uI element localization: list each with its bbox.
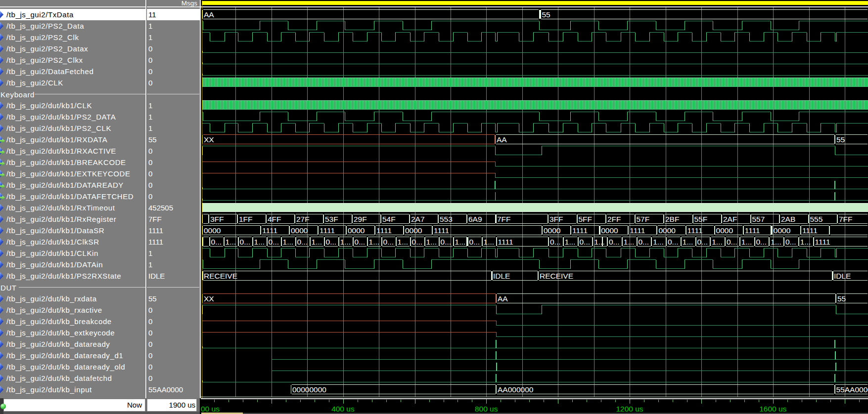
svg-text:1FF: 1FF <box>239 215 253 223</box>
svg-text:400 us: 400 us <box>331 405 355 413</box>
svg-text:29F: 29F <box>354 215 367 223</box>
svg-text:2A7: 2A7 <box>411 215 425 223</box>
svg-text:AA000000: AA000000 <box>498 385 534 394</box>
svg-text:1111: 1111 <box>630 226 645 235</box>
svg-text:0000: 0000 <box>405 226 422 235</box>
svg-text:0000: 0000 <box>291 226 308 235</box>
svg-text:1...: 1... <box>340 238 351 246</box>
svg-text:1...: 1... <box>712 238 723 246</box>
svg-text:1...: 1... <box>455 238 466 246</box>
svg-text:55AA0000: 55AA0000 <box>836 385 868 394</box>
svg-text:IDLE: IDLE <box>834 272 851 280</box>
svg-text:1...: 1... <box>283 238 294 246</box>
svg-text:1111: 1111 <box>745 226 760 235</box>
svg-text:AA: AA <box>498 294 508 303</box>
svg-text:1...: 1... <box>426 238 437 246</box>
svg-text:1...: 1... <box>594 238 605 246</box>
svg-text:1...: 1... <box>226 238 236 246</box>
svg-text:1...: 1... <box>741 238 752 246</box>
svg-text:0000: 0000 <box>658 226 676 235</box>
svg-text:557: 557 <box>752 215 765 223</box>
svg-text:0...: 0... <box>580 238 591 246</box>
svg-text:2BF: 2BF <box>665 215 679 223</box>
svg-text:53F: 53F <box>325 215 338 223</box>
svg-text:0...: 0... <box>211 238 222 246</box>
svg-text:0...: 0... <box>639 238 649 246</box>
svg-text:AA: AA <box>204 10 214 19</box>
svg-text:1111: 1111 <box>262 226 277 235</box>
svg-text:5FF: 5FF <box>579 215 593 223</box>
svg-text:2FF: 2FF <box>607 215 621 223</box>
svg-text:0...: 0... <box>469 238 480 246</box>
svg-text:800 us: 800 us <box>475 405 498 413</box>
svg-text:1...: 1... <box>484 238 495 246</box>
svg-text:1...: 1... <box>369 238 380 246</box>
svg-text:0...: 0... <box>355 238 365 246</box>
svg-text:0...: 0... <box>383 238 394 246</box>
svg-text:0...: 0... <box>697 238 708 246</box>
svg-text:0...: 0... <box>609 238 620 246</box>
svg-text:0...: 0... <box>785 238 796 246</box>
svg-text:1200 us: 1200 us <box>616 405 643 413</box>
svg-text:0...: 0... <box>550 238 561 246</box>
svg-text:00 us: 00 us <box>201 405 220 413</box>
svg-text:0000: 0000 <box>544 226 561 235</box>
svg-text:1...: 1... <box>771 238 781 246</box>
svg-text:1...: 1... <box>653 238 664 246</box>
svg-text:XX: XX <box>204 135 214 144</box>
svg-text:RECEIVE: RECEIVE <box>540 272 573 280</box>
svg-text:4FF: 4FF <box>268 215 281 223</box>
svg-text:3FF: 3FF <box>549 215 563 223</box>
svg-text:IDLE: IDLE <box>493 272 510 280</box>
svg-text:1111: 1111 <box>802 226 818 235</box>
svg-text:1...: 1... <box>565 238 576 246</box>
svg-text:0...: 0... <box>326 238 337 246</box>
svg-text:00000000: 00000000 <box>292 385 326 394</box>
svg-text:XX: XX <box>204 294 214 303</box>
svg-text:1...: 1... <box>254 238 265 246</box>
svg-text:555: 555 <box>810 215 823 223</box>
svg-text:1111: 1111 <box>498 238 513 246</box>
svg-text:55: 55 <box>542 10 550 19</box>
svg-text:1111: 1111 <box>320 226 335 235</box>
svg-text:1...: 1... <box>683 238 693 246</box>
svg-text:0...: 0... <box>441 238 452 246</box>
svg-text:55F: 55F <box>694 215 708 223</box>
svg-text:0000: 0000 <box>601 226 618 235</box>
svg-text:55: 55 <box>836 135 845 144</box>
svg-text:1...: 1... <box>398 238 409 246</box>
svg-text:2AB: 2AB <box>781 215 795 223</box>
svg-text:0000: 0000 <box>348 226 365 235</box>
svg-text:1111: 1111 <box>434 226 449 235</box>
svg-text:7FF: 7FF <box>839 215 853 223</box>
svg-text:1...: 1... <box>624 238 635 246</box>
svg-text:553: 553 <box>440 215 453 223</box>
svg-text:0...: 0... <box>756 238 767 246</box>
svg-text:2AF: 2AF <box>723 215 737 223</box>
svg-text:27F: 27F <box>296 215 310 223</box>
svg-text:6A9: 6A9 <box>468 215 482 223</box>
svg-text:0000: 0000 <box>716 226 733 235</box>
svg-text:0...: 0... <box>727 238 737 246</box>
svg-text:0...: 0... <box>240 238 251 246</box>
svg-text:1600 us: 1600 us <box>759 405 786 413</box>
svg-text:AA: AA <box>497 135 507 144</box>
svg-text:1111: 1111 <box>376 226 392 235</box>
svg-text:3FF: 3FF <box>210 215 224 223</box>
svg-text:57F: 57F <box>637 215 650 223</box>
svg-text:0...: 0... <box>269 238 279 246</box>
svg-text:1...: 1... <box>800 238 811 246</box>
svg-text:0...: 0... <box>412 238 423 246</box>
svg-text:0...: 0... <box>297 238 308 246</box>
svg-text:0000: 0000 <box>204 226 221 235</box>
svg-text:1...: 1... <box>312 238 322 246</box>
svg-text:1111: 1111 <box>572 226 588 235</box>
svg-text:55: 55 <box>837 294 846 303</box>
svg-text:54F: 54F <box>382 215 396 223</box>
svg-text:0...: 0... <box>668 238 679 246</box>
svg-text:1111: 1111 <box>815 238 830 246</box>
svg-text:1111: 1111 <box>687 226 703 235</box>
svg-text:7FF: 7FF <box>497 215 511 223</box>
svg-text:RECEIVE: RECEIVE <box>204 272 237 280</box>
svg-text:0000: 0000 <box>774 226 791 235</box>
